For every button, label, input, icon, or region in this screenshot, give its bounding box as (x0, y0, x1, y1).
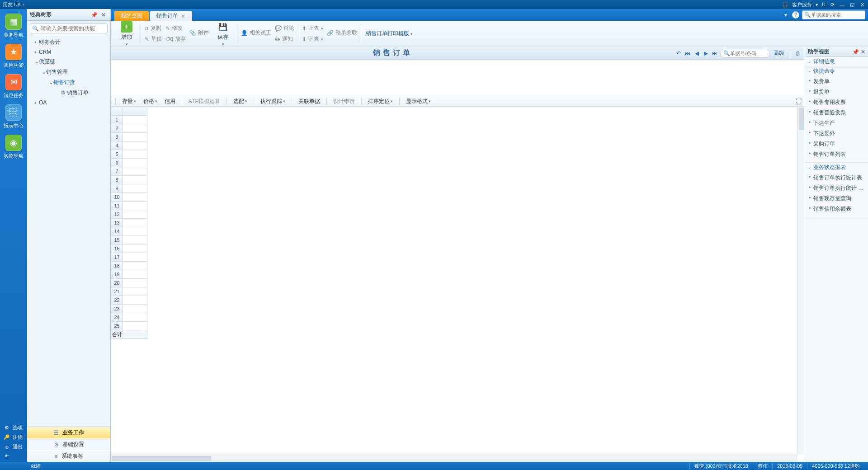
table-row[interactable]: 13 (111, 219, 147, 227)
assist-sec-report[interactable]: ⌄业务状态报表 (805, 163, 868, 172)
quick-command-item[interactable]: 销售专用发票 (805, 97, 868, 108)
advanced-search-link[interactable]: 高级 (772, 49, 786, 57)
rail-options[interactable]: ⚙选项 (4, 423, 24, 432)
table-row[interactable]: 20 (111, 279, 147, 287)
rail-collapse[interactable]: ⇤ (4, 451, 24, 460)
doc-search-input[interactable] (730, 51, 767, 56)
nav-tab-business[interactable]: ☰业务工作 (27, 427, 110, 438)
discuss-button[interactable]: 💬讨论 (273, 24, 296, 33)
table-row[interactable]: 6 (111, 159, 147, 167)
rail-business-nav[interactable]: ▦业务导航 (3, 14, 24, 38)
nav-search-input[interactable] (41, 25, 108, 32)
tree-node[interactable]: ⌄销售订货 (29, 77, 108, 88)
tree-node[interactable]: ⌄销售管理 (29, 67, 108, 77)
doc-search-box[interactable]: 🔍 (720, 49, 770, 58)
table-row[interactable]: 2 (111, 124, 147, 133)
draft-button[interactable]: ✎草稿 (143, 35, 164, 44)
table-row[interactable]: 15 (111, 236, 147, 244)
table-row[interactable]: 24 (111, 313, 147, 322)
related-staff-button[interactable]: 👤相关员工 (239, 28, 273, 38)
table-row[interactable]: 1 (111, 116, 147, 124)
report-item[interactable]: 销售订单执行统计 … (805, 183, 868, 193)
assist-pin-icon[interactable]: 📌 (852, 49, 859, 55)
attach-button[interactable]: 📎附件 (188, 28, 211, 38)
grid-expand-icon[interactable]: ⛶ (795, 98, 802, 105)
tree-node[interactable]: 🗎销售订单 (29, 88, 108, 98)
quick-command-item[interactable]: 采购订单 (805, 139, 868, 149)
table-row[interactable]: 5 (111, 150, 147, 159)
assist-sec-detail[interactable]: ⌄详细信息 (805, 57, 868, 66)
nav-tab-basic[interactable]: ⚙基础设置 (27, 438, 110, 450)
rail-implement[interactable]: ◉实施导航 (3, 135, 24, 160)
table-row[interactable]: 22 (111, 296, 147, 305)
table-row[interactable]: 7 (111, 167, 147, 176)
table-row[interactable]: 25 (111, 322, 147, 330)
tab-sales-order[interactable]: 销售订单✕ (150, 11, 192, 21)
help-icon[interactable]: ? (792, 11, 799, 19)
rail-reports[interactable]: ⿳报表中心 (3, 104, 24, 129)
gridbar-stock[interactable]: 存量▾ (119, 98, 139, 105)
table-row[interactable]: 14 (111, 227, 147, 236)
tree-node[interactable]: ›财务会计 (29, 37, 108, 47)
table-row[interactable]: 4 (111, 141, 147, 150)
assist-close-icon[interactable]: ✕ (861, 49, 865, 55)
gridbar-match[interactable]: 选配▾ (231, 98, 250, 105)
discard-button[interactable]: ⌫放弃 (164, 35, 188, 44)
quick-command-item[interactable]: 退货单 (805, 87, 868, 97)
notify-button[interactable]: 🕪通知 (273, 35, 296, 44)
table-row[interactable]: 18 (111, 262, 147, 270)
table-row[interactable]: 11 (111, 202, 147, 210)
copy-button[interactable]: ⧉复制 (143, 24, 164, 33)
first-record-icon[interactable]: ⏮ (684, 50, 691, 56)
gridbar-price[interactable]: 价格▾ (141, 98, 160, 105)
quick-command-item[interactable]: 发货单 (805, 76, 868, 87)
gridbar-assoc[interactable]: 关联单据 (296, 98, 323, 105)
rail-logout[interactable]: 🔑注销 (4, 432, 24, 442)
rail-messages[interactable]: ✉消息任务 (3, 74, 24, 99)
tab-close-icon[interactable]: ✕ (181, 13, 185, 19)
report-item[interactable]: 销售订单执行统计表 (805, 173, 868, 183)
rail-favorites[interactable]: ★常用功能 (3, 44, 24, 69)
data-grid[interactable]: 1234567891011121314151617181920212223242… (111, 107, 805, 462)
sync-icon[interactable]: ⟳ (829, 2, 835, 8)
grid-vscrollbar[interactable] (797, 107, 805, 454)
barcode-search-box[interactable]: 🔍 (802, 10, 865, 19)
doc-settings-icon[interactable]: ⎙ (794, 50, 801, 56)
nav-tab-system[interactable]: ≡系统服务 (27, 450, 110, 462)
grid-hscrollbar[interactable] (111, 455, 797, 462)
next-record-icon[interactable]: ▶ (702, 50, 709, 56)
table-row[interactable]: 9 (111, 184, 147, 193)
print-template-dropdown[interactable]: 销售订单打印模版 (363, 30, 415, 38)
table-row[interactable]: 17 (111, 253, 147, 262)
table-row[interactable]: 3 (111, 133, 147, 141)
table-row[interactable]: 23 (111, 305, 147, 313)
tree-node[interactable]: ›CRM (29, 47, 108, 56)
modify-button[interactable]: ✎修改 (164, 24, 188, 33)
table-row[interactable]: 19 (111, 270, 147, 279)
tab-my-desktop[interactable]: 我的桌面 (114, 11, 149, 21)
minimize-button[interactable]: — (839, 2, 845, 7)
gridbar-sort[interactable]: 排序定位▾ (365, 98, 396, 105)
assist-sec-quick[interactable]: ⌄快捷命令 (805, 66, 868, 75)
save-button[interactable]: 💾 保存▾ (215, 21, 231, 47)
gridbar-credit[interactable]: 信用 (162, 98, 178, 105)
gridbar-atp[interactable]: ATP模拟运算 (186, 98, 223, 105)
tabstrip-dropdown-icon[interactable]: ▾ (782, 12, 789, 18)
last-record-icon[interactable]: ⏭ (711, 50, 718, 56)
maximize-button[interactable]: ◱ (849, 2, 855, 8)
nav-search-box[interactable]: 🔍 (30, 24, 108, 33)
rail-exit[interactable]: ⎋退出 (4, 442, 24, 451)
customer-service-link[interactable]: 客户服务 (792, 1, 812, 8)
pin-icon[interactable]: 📌 (89, 12, 99, 18)
tree-node[interactable]: ⌄供应链 (29, 56, 108, 67)
tree-node[interactable]: ›OA (29, 98, 108, 107)
table-row[interactable]: 12 (111, 210, 147, 219)
table-row[interactable]: 8 (111, 176, 147, 184)
report-item[interactable]: 销售现存量查询 (805, 193, 868, 204)
trace-down-button[interactable]: ⬇下查 (300, 35, 325, 44)
u-menu[interactable]: U (822, 2, 826, 7)
quick-command-item[interactable]: 下达委外 (805, 128, 868, 139)
quick-command-item[interactable]: 销售普通发票 (805, 108, 868, 118)
table-row[interactable]: 16 (111, 244, 147, 253)
report-item[interactable]: 销售信用余额表 (805, 204, 868, 214)
